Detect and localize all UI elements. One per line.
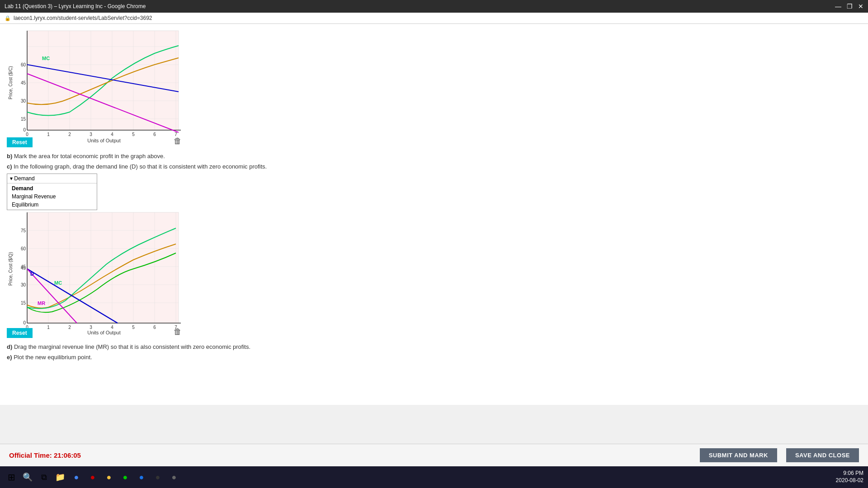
graph1-wrapper: 0 15 30 45 60 0 1 2 3 4 5 6 7 Units of O… — [7, 28, 183, 147]
svg-text:MC: MC — [42, 56, 50, 61]
dropdown-legend[interactable]: ▾ Demand Demand Marginal Revenue Equilib… — [7, 174, 97, 210]
svg-text:D: D — [30, 271, 34, 277]
instruction-e: e) Plot the new equilibrium point. — [7, 354, 861, 361]
svg-text:2: 2 — [68, 132, 71, 137]
instruction-d: d) Drag the marginal revenue line (MR) s… — [7, 343, 861, 350]
svg-text:4: 4 — [111, 325, 113, 330]
svg-text:0: 0 — [26, 132, 28, 137]
address-bar: 🔒 laecon1.lyryx.com/student-servlets/Lab… — [0, 13, 868, 24]
graph2-reset-button[interactable]: Reset — [7, 328, 33, 338]
svg-text:Units of Output: Units of Output — [87, 138, 120, 143]
graph1-reset-button[interactable]: Reset — [7, 137, 33, 147]
svg-text:60: 60 — [21, 62, 26, 67]
svg-text:30: 30 — [21, 99, 26, 103]
svg-text:60: 60 — [21, 246, 26, 251]
graph2-trash-icon[interactable]: 🗑 — [172, 326, 183, 338]
main-content: 0 15 30 45 60 0 1 2 3 4 5 6 7 Units of O… — [0, 24, 868, 405]
dropdown-header[interactable]: ▾ Demand — [7, 174, 97, 183]
graph1-trash-icon[interactable]: 🗑 — [172, 135, 183, 147]
svg-text:Price, Cost ($/Q): Price, Cost ($/Q) — [8, 252, 13, 286]
svg-text:15: 15 — [21, 300, 26, 305]
dropdown-items: Demand Marginal Revenue Equilibrium — [7, 183, 97, 210]
svg-text:Units of Output: Units of Output — [87, 330, 120, 335]
svg-text:45: 45 — [21, 80, 26, 85]
svg-text:75: 75 — [21, 228, 26, 233]
svg-text:3: 3 — [90, 325, 92, 330]
svg-text:30: 30 — [21, 282, 26, 287]
browser-title: Lab 11 (Question 3) – Lyryx Learning Inc… — [5, 3, 146, 9]
svg-text:45: 45 — [21, 266, 26, 271]
svg-text:5: 5 — [132, 132, 135, 137]
svg-text:MC: MC — [54, 280, 62, 286]
svg-text:5: 5 — [132, 325, 135, 330]
dropdown-item-equilibrium[interactable]: Equilibrium — [7, 201, 97, 209]
maximize-button[interactable]: ❐ — [847, 3, 853, 10]
svg-text:1: 1 — [47, 132, 50, 137]
browser-titlebar: Lab 11 (Question 3) – Lyryx Learning Inc… — [0, 0, 868, 13]
graph2-wrapper: 0 15 30 45 60 75 0 1 2 3 4 5 6 7 Units o… — [7, 210, 183, 338]
dropdown-item-marginal-revenue[interactable]: Marginal Revenue — [7, 192, 97, 201]
dropdown-item-demand[interactable]: Demand — [7, 184, 97, 192]
url-text: laecon1.lyryx.com/student-servlets/LabSe… — [14, 15, 152, 21]
instruction-c: c) In the following graph, drag the dema… — [7, 163, 861, 170]
svg-text:6: 6 — [153, 132, 156, 137]
svg-text:3: 3 — [90, 132, 92, 137]
graph1-canvas: 0 15 30 45 60 0 1 2 3 4 5 6 7 Units of O… — [7, 28, 183, 146]
graph2-canvas: 0 15 30 45 60 75 0 1 2 3 4 5 6 7 Units o… — [7, 210, 183, 337]
svg-text:4: 4 — [111, 132, 113, 137]
instruction-b: b) Mark the area for total economic prof… — [7, 153, 861, 160]
svg-text:6: 6 — [153, 325, 156, 330]
svg-text:15: 15 — [21, 117, 26, 122]
browser-controls[interactable]: — ❐ ✕ — [835, 3, 863, 10]
svg-text:Price, Cost ($/C): Price, Cost ($/C) — [8, 66, 13, 99]
close-button[interactable]: ✕ — [858, 3, 863, 10]
svg-text:2: 2 — [68, 325, 71, 330]
svg-text:1: 1 — [47, 325, 50, 330]
svg-text:MR: MR — [38, 300, 45, 306]
lock-icon: 🔒 — [5, 15, 11, 21]
minimize-button[interactable]: — — [835, 3, 841, 10]
